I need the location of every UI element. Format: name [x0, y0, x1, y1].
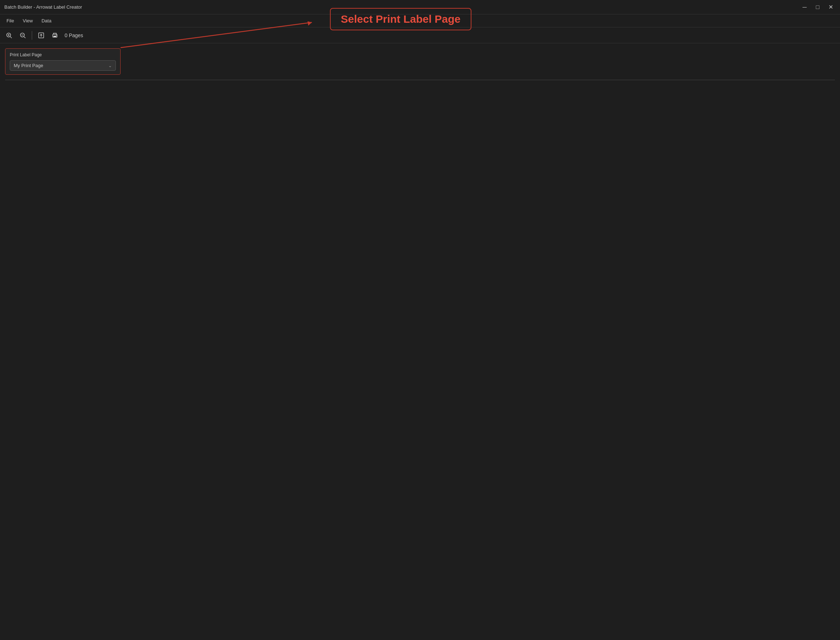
maximize-button[interactable]: □ [813, 2, 823, 12]
print-label-dropdown[interactable]: My Print Page ⌄ [10, 60, 116, 71]
zoom-in-button[interactable] [3, 29, 15, 42]
main-content: Print Label Page My Print Page ⌄ Select … [0, 43, 840, 640]
zoom-in-icon [6, 32, 12, 38]
zoom-out-icon [19, 32, 26, 38]
svg-rect-10 [53, 36, 56, 37]
window-controls: ─ □ ✕ [800, 2, 836, 12]
print-icon [52, 32, 58, 38]
menu-data[interactable]: Data [37, 17, 56, 25]
toolbar-separator [32, 31, 32, 40]
svg-line-1 [10, 37, 12, 38]
pages-count: 0 Pages [65, 32, 83, 38]
zoom-out-button[interactable] [17, 29, 29, 42]
print-button[interactable] [49, 29, 61, 42]
minimize-button[interactable]: ─ [800, 2, 810, 12]
content-divider [5, 80, 835, 80]
annotation-label: Select Print Label Page [330, 8, 472, 30]
dropdown-value: My Print Page [14, 63, 43, 68]
svg-line-5 [24, 37, 26, 38]
chevron-down-icon: ⌄ [108, 63, 112, 68]
panel-title: Print Label Page [10, 52, 116, 58]
svg-point-11 [56, 35, 57, 35]
menu-file[interactable]: File [2, 17, 18, 25]
export-button[interactable] [35, 29, 47, 42]
menu-view[interactable]: View [18, 17, 37, 25]
print-label-panel: Print Label Page My Print Page ⌄ [5, 48, 120, 75]
app-title: Batch Builder - Arrowat Label Creator [4, 4, 82, 10]
close-button[interactable]: ✕ [826, 2, 836, 12]
export-icon [38, 32, 45, 38]
